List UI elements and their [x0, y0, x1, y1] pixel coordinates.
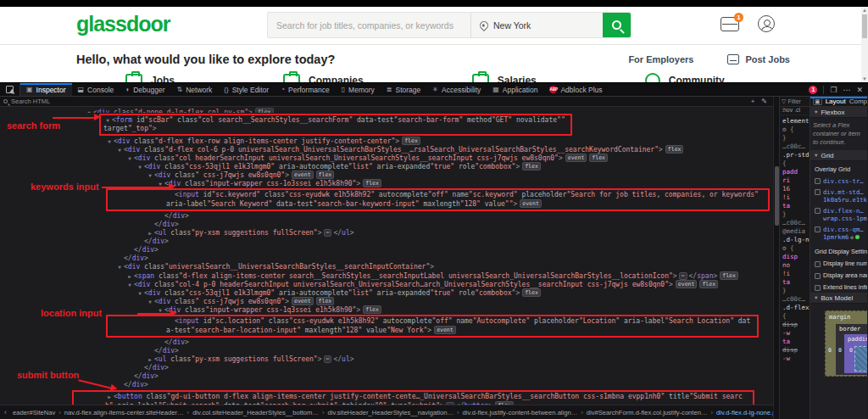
- checkbox[interactable]: [815, 178, 821, 184]
- element-row[interactable]: ▼<div class"col headerSearchInput univer…: [0, 154, 773, 162]
- breadcrumb-item[interactable]: nav.d-flex.align-items-center.siteHeader…: [63, 409, 186, 416]
- checkbox[interactable]: [815, 285, 821, 291]
- element-row[interactable]: ▼<div class"d-flex flex-row align-items-…: [0, 137, 773, 145]
- flex-badge[interactable]: flex: [495, 401, 514, 405]
- meatball-menu-icon[interactable]: ⋯: [843, 86, 850, 94]
- checkbox[interactable]: [815, 189, 821, 195]
- overlay-grid-item[interactable]: div.flex-n…wrap.css-1pmr…: [810, 205, 867, 224]
- checkbox[interactable]: [815, 261, 821, 267]
- flex-badge[interactable]: flex: [316, 297, 335, 305]
- overlay-grid-item[interactable]: div.css-qm…1pmrkm6⚙: [810, 224, 867, 243]
- breadcrumb-item[interactable]: div.col.siteHeader_HeaderStyles__bottom…: [191, 409, 320, 416]
- event-badge[interactable]: event: [520, 199, 542, 208]
- devtools-tab-network[interactable]: ⇅Network: [170, 83, 218, 96]
- inbox-icon[interactable]: 1: [721, 17, 739, 31]
- devtools-tab-console[interactable]: ⬓Console: [72, 83, 120, 96]
- flex-badge[interactable]: flex: [402, 137, 420, 145]
- search-html-input[interactable]: Search HTML: [11, 98, 50, 105]
- grid-settings-icon[interactable]: ⚙: [850, 233, 854, 241]
- grid-option[interactable]: Display area names: [810, 269, 867, 281]
- devtools-tab-style-editor[interactable]: {}Style Editor: [218, 83, 275, 96]
- element-row[interactable]: ▼<div class"css-53qjl1 e1k3lmgm0" aria-a…: [0, 162, 773, 170]
- close-tag-row[interactable]: </div>: [0, 254, 773, 263]
- event-badge[interactable]: event: [434, 326, 456, 334]
- responsive-mode-icon[interactable]: ❐: [830, 86, 837, 94]
- flex-badge[interactable]: flex: [665, 145, 684, 154]
- element-row[interactable]: ▶<ul class"py-xsm suggestions fullScreen…: [0, 355, 773, 364]
- tab-layout[interactable]: Layout: [826, 98, 846, 105]
- close-tag-row[interactable]: </div>: [0, 372, 773, 381]
- flex-badge[interactable]: flex: [720, 271, 738, 280]
- element-row[interactable]: ▼<form id"scBar" class"col search__Searc…: [0, 114, 773, 136]
- overlay-grid-item[interactable]: div.css-tr…: [810, 176, 867, 187]
- scroll-down-arrow[interactable]: ▼: [861, 75, 868, 82]
- tab-computed[interactable]: Computed: [849, 98, 867, 105]
- devtools-tab-adblock-plus[interactable]: ABPAdblock Plus: [543, 83, 608, 96]
- box-model-section-header[interactable]: ▼ Box Model: [810, 293, 867, 304]
- glassdoor-logo[interactable]: glassdoor: [76, 12, 170, 36]
- element-row[interactable]: <input id"sc.keyword" class"css-eyudwk e…: [0, 188, 773, 211]
- close-tag-row[interactable]: </div>: [0, 221, 773, 229]
- markup-scrollbar-thumb[interactable]: [775, 166, 779, 226]
- grid-section-header[interactable]: ▼ Grid: [810, 150, 867, 161]
- location-search-input[interactable]: New York: [470, 13, 603, 37]
- devtools-tab-storage[interactable]: ≣Storage: [381, 83, 426, 96]
- scroll-up-arrow[interactable]: ▲: [861, 7, 868, 14]
- checkbox[interactable]: [815, 208, 821, 214]
- grid-color-swatch[interactable]: [855, 235, 860, 239]
- event-badge[interactable]: event: [292, 297, 314, 305]
- flex-badge[interactable]: flex: [363, 305, 381, 314]
- event-badge[interactable]: event: [676, 280, 698, 288]
- grid-option[interactable]: Display line numbers: [810, 257, 867, 269]
- flexbox-section-header[interactable]: ▼ Flexbox: [810, 107, 867, 118]
- collapsed-content-icon[interactable]: ⋯: [324, 355, 332, 363]
- devtools-tab-performance[interactable]: ◔Performance: [275, 83, 336, 96]
- flex-badge[interactable]: flex: [589, 154, 608, 162]
- sidebar-toggle-icon[interactable]: ▣: [813, 98, 822, 105]
- collapsed-content-icon[interactable]: ⋯: [324, 229, 332, 237]
- element-row[interactable]: ▼<div class" css-j7qwjs ew8s0qn0">eventf…: [0, 170, 773, 179]
- grid-option[interactable]: Extend lines infinitely: [810, 281, 867, 293]
- close-tag-row[interactable]: </div>: [0, 212, 773, 221]
- element-row[interactable]: ▶<ul class"py-xsm suggestions fullScreen…: [0, 229, 773, 237]
- event-badge[interactable]: event: [565, 154, 587, 162]
- close-tag-row[interactable]: </div>: [0, 338, 773, 347]
- flex-badge[interactable]: flex: [522, 288, 541, 297]
- add-node-icon[interactable]: +: [748, 98, 758, 105]
- keyword-search-input[interactable]: Search for job titles, companies, or key…: [268, 13, 470, 37]
- close-devtools-icon[interactable]: ✕: [856, 86, 863, 94]
- element-row[interactable]: ▼<div class" css-j7qwjs ew8s0qn0">eventf…: [0, 297, 773, 305]
- devtools-tab-memory[interactable]: ▯Memory: [336, 83, 381, 96]
- post-jobs-link[interactable]: Post Jobs: [727, 54, 790, 64]
- rules-filter-bar[interactable]: ▽ Filter: [780, 97, 810, 107]
- search-submit-button[interactable]: [603, 13, 631, 37]
- collapsed-content-icon[interactable]: ⋯: [679, 272, 687, 280]
- for-employers-link[interactable]: For Employers: [628, 54, 693, 64]
- checkbox[interactable]: [815, 273, 821, 279]
- profile-icon[interactable]: [758, 15, 775, 32]
- rules-filter-input[interactable]: Filter: [787, 98, 801, 104]
- event-badge[interactable]: event: [292, 170, 314, 179]
- checkbox[interactable]: [815, 226, 821, 232]
- eyedropper-icon[interactable]: ✎: [759, 98, 770, 105]
- breadcrumb-item[interactable]: eader#SiteNav: [11, 409, 57, 416]
- element-row[interactable]: ▼<div class"universalSearch__UniversalSe…: [0, 263, 773, 271]
- devtools-tab-inspector[interactable]: ▣Inspector: [20, 83, 72, 96]
- breadcrumb-scroll-left[interactable]: ‹: [2, 408, 9, 416]
- box-model-content[interactable]: [854, 346, 867, 372]
- flex-badge[interactable]: flex: [699, 280, 718, 288]
- markup-scrollbar[interactable]: [773, 97, 779, 419]
- breadcrumb-item[interactable]: div.d-flex.d-lg-none.pr-std: [715, 409, 773, 416]
- error-count-badge[interactable]: 1: [809, 86, 817, 94]
- flex-badge[interactable]: flex: [522, 162, 541, 170]
- box-model-margin[interactable]: margin border paddin 0 0 0: [825, 310, 867, 377]
- breadcrumb-item[interactable]: div.siteHeader_HeaderStyles__navigation…: [326, 409, 455, 416]
- collapsed-content-icon[interactable]: ⋯: [446, 402, 454, 405]
- close-tag-row[interactable]: </div>: [0, 364, 773, 372]
- breadcrumb-item[interactable]: div.d-flex.justify-content-between.align…: [461, 409, 580, 416]
- flex-badge[interactable]: flex: [255, 108, 274, 113]
- breadcrumb-item[interactable]: div#SearchForm.d-flex.col.justify-conten…: [585, 409, 709, 416]
- box-model-padding[interactable]: paddin: [844, 334, 867, 373]
- flex-badge[interactable]: flex: [363, 179, 381, 187]
- page-scrollbar[interactable]: ▲ ▼: [861, 7, 868, 82]
